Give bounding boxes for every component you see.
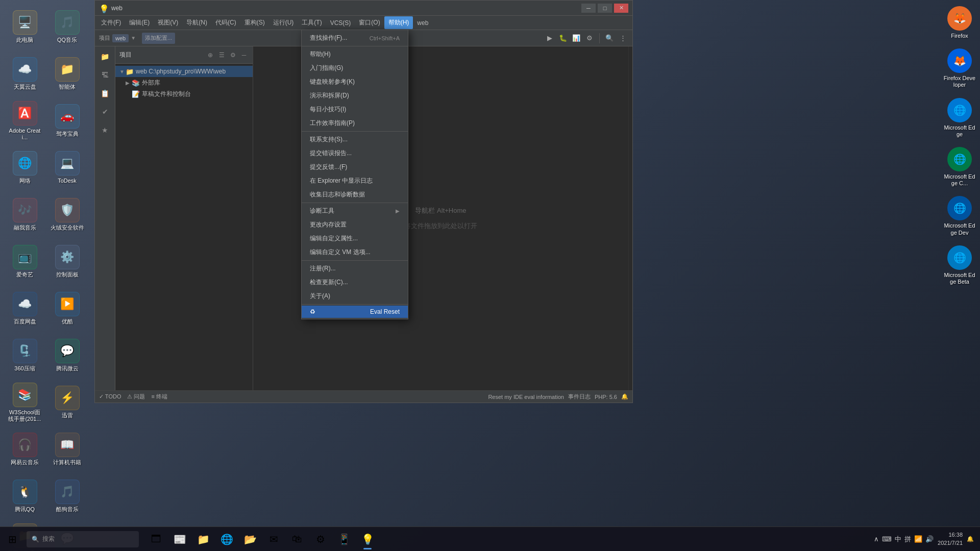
menu-web-tab[interactable]: web xyxy=(413,17,432,29)
dropdown-register[interactable]: 注册(R)... xyxy=(302,262,408,276)
desktop-icon-app-tengxunweibo[interactable]: 💬 腾讯微云 xyxy=(46,333,88,379)
dropdown-edit-properties[interactable]: 编辑自定义属性... xyxy=(302,232,408,245)
tray-notification[interactable]: 🔔 xyxy=(967,536,974,542)
status-event-log[interactable]: 事件日志 xyxy=(568,393,591,400)
taskbar-item-store[interactable]: 🛍 xyxy=(286,528,308,550)
menu-view[interactable]: 视图(V) xyxy=(154,16,182,29)
menu-vcs[interactable]: VCS(S) xyxy=(326,17,355,29)
desktop-icon-right-edge-canary[interactable]: 🌐 Microsoft Edge C... xyxy=(941,145,978,189)
dropdown-help[interactable]: 帮助(H) xyxy=(302,47,408,61)
taskbar-search-box[interactable]: 🔍 搜索 xyxy=(27,531,139,547)
sidebar-commits-icon[interactable]: 📋 xyxy=(97,85,113,102)
taskbar-item-phpstorm[interactable]: 💡 xyxy=(356,528,379,550)
maximize-button[interactable]: □ xyxy=(598,4,612,13)
close-button[interactable]: ✕ xyxy=(614,4,628,13)
tray-network[interactable]: 📶 xyxy=(914,535,922,543)
tree-item-scratches[interactable]: 📝 草稿文件和控制台 xyxy=(115,88,253,99)
toolbar-project-name[interactable]: web xyxy=(112,34,129,42)
desktop-icon-app-yinyue[interactable]: ⚡ 迅雷 xyxy=(46,380,88,425)
menu-window[interactable]: 窗口(O) xyxy=(355,16,384,29)
desktop-icon-right-edge[interactable]: 🌐 Microsoft Edge xyxy=(941,96,978,140)
panel-action-settings[interactable]: ⚙ xyxy=(228,51,237,60)
desktop-icon-right-firefox-dev[interactable]: 🦊 Firefox Developer xyxy=(941,46,978,90)
minimize-button[interactable]: ─ xyxy=(581,4,596,13)
dropdown-about[interactable]: 关于(A) xyxy=(302,289,408,303)
dropdown-change-memory[interactable]: 更改内存设置 xyxy=(302,218,408,232)
clock[interactable]: 16:38 2021/7/21 xyxy=(938,531,963,547)
dropdown-collect-log[interactable]: 收集日志和诊断数据 xyxy=(302,188,408,202)
panel-action-1[interactable]: ⊕ xyxy=(206,51,215,60)
desktop-icon-app-360yasuo[interactable]: 🗜️ 360压缩 xyxy=(4,333,45,379)
toolbar-settings[interactable]: ⚙ xyxy=(584,33,595,44)
editor-scrollbar[interactable] xyxy=(628,46,632,390)
taskbar-item-edge[interactable]: 🌐 xyxy=(215,528,238,550)
desktop-icon-app-qqmusic[interactable]: 🎵 QQ音乐 xyxy=(46,4,88,50)
dropdown-edit-vm[interactable]: 编辑自定义 VM 选项... xyxy=(302,245,408,259)
menu-help[interactable]: 帮助(H) xyxy=(384,16,413,29)
tray-input-mode[interactable]: 拼 xyxy=(904,535,911,544)
desktop-icon-folder-zhinengti[interactable]: 📁 智能体 xyxy=(46,51,88,97)
menu-edit[interactable]: 编辑(E) xyxy=(125,16,154,29)
dropdown-find-action[interactable]: 查找操作(F)... Ctrl+Shift+A xyxy=(302,31,408,45)
dropdown-submit-feedback[interactable]: 提交反馈...(F) xyxy=(302,160,408,174)
menu-run[interactable]: 运行(U) xyxy=(269,16,298,29)
desktop-icon-app-w3school[interactable]: 📚 W3School面线手册(201... xyxy=(4,380,45,425)
taskbar-item-mail[interactable]: ✉ xyxy=(262,528,285,550)
tray-keyboard[interactable]: ⌨ xyxy=(882,535,892,543)
toolbar-add-config[interactable]: 添加配置... xyxy=(142,33,175,44)
tree-item-root[interactable]: ▼ 📁 web C:\phpstudy_pro\WWW\web xyxy=(115,66,253,77)
desktop-icon-app-wangyiyun[interactable]: 🎧 网易云音乐 xyxy=(4,427,45,472)
toolbar-more[interactable]: ⋮ xyxy=(617,33,628,44)
toolbar-run[interactable]: ▶ xyxy=(544,33,555,44)
desktop-icon-app-kugoumusic[interactable]: 🎵 酷狗音乐 xyxy=(46,473,88,519)
taskbar-start-button[interactable]: ⊞ xyxy=(0,527,24,552)
menu-tools[interactable]: 工具(T) xyxy=(298,16,326,29)
status-problems[interactable]: ⚠ 问题 xyxy=(127,393,145,400)
status-todo[interactable]: ✓ TODO xyxy=(99,393,121,400)
menu-refactor[interactable]: 重构(S) xyxy=(240,16,269,29)
sidebar-structure-icon[interactable]: 🏗 xyxy=(97,67,113,83)
project-dropdown-arrow[interactable]: ▼ xyxy=(131,35,136,41)
desktop-icon-right-edge-dev[interactable]: 🌐 Microsoft Edge Dev xyxy=(941,194,978,238)
panel-action-minimize[interactable]: ─ xyxy=(239,51,249,60)
taskbar-item-file-manager[interactable]: 📂 xyxy=(239,528,261,550)
desktop-icon-app-wangluoicon[interactable]: 🌐 网络 xyxy=(4,145,45,191)
menu-navigate[interactable]: 导航(N) xyxy=(182,16,211,29)
status-notification[interactable]: 🔔 xyxy=(621,393,628,400)
desktop-icon-app-aiqiyi[interactable]: 📺 爱奇艺 xyxy=(4,239,45,285)
taskbar-item-widgets[interactable]: 📰 xyxy=(168,528,191,550)
sidebar-star-icon[interactable]: ★ xyxy=(97,122,113,138)
dropdown-keyboard-ref[interactable]: 键盘映射参考(K) xyxy=(302,75,408,89)
tree-item-external[interactable]: ▶ 📚 外部库 xyxy=(115,77,253,88)
tray-input-method[interactable]: 中 xyxy=(895,535,901,544)
menu-code[interactable]: 代码(C) xyxy=(211,16,240,29)
dropdown-demo[interactable]: 演示和拆屏(D) xyxy=(302,89,408,103)
tray-arrow[interactable]: ∧ xyxy=(874,535,879,543)
desktop-icon-app-todesk[interactable]: 💻 ToDesk xyxy=(46,145,88,191)
dropdown-eval-reset[interactable]: ♻ Eval Reset xyxy=(302,306,408,318)
desktop-icon-app-tencentqq[interactable]: 🐧 腾讯QQ xyxy=(4,473,45,519)
toolbar-profile[interactable]: 📊 xyxy=(571,33,582,44)
dropdown-submit-bug[interactable]: 提交错误报告... xyxy=(302,146,408,160)
desktop-icon-app-kongzhi[interactable]: ⚙️ 控制面板 xyxy=(46,239,88,285)
status-terminal[interactable]: ≡ 终端 xyxy=(152,393,167,400)
dropdown-diagnostic[interactable]: 诊断工具 ▶ xyxy=(302,204,408,218)
desktop-icon-app-kaoshubao[interactable]: 🚗 驾考宝典 xyxy=(46,98,88,144)
dropdown-contact-support[interactable]: 联系支持(S)... xyxy=(302,133,408,146)
dropdown-daily-tips[interactable]: 每日小技巧(I) xyxy=(302,103,408,116)
panel-action-2[interactable]: ☰ xyxy=(217,51,226,60)
taskbar-item-explorer[interactable]: 📁 xyxy=(192,528,214,550)
desktop-icon-folder-this-pc[interactable]: 🖥️ 此电脑 xyxy=(4,4,45,50)
tray-volume[interactable]: 🔊 xyxy=(925,535,934,543)
desktop-icon-app-adobe[interactable]: 🅰️ Adobe Creati... xyxy=(4,98,45,144)
desktop-icon-right-edge-beta[interactable]: 🌐 Microsoft Edge Beta xyxy=(941,243,978,287)
desktop-icon-app-ronghemusic[interactable]: 🎶 融我音乐 xyxy=(4,192,45,238)
sidebar-project-icon[interactable]: 📁 xyxy=(97,48,113,65)
taskbar-item-phone[interactable]: 📱 xyxy=(333,528,355,550)
dropdown-getting-started[interactable]: 入门指南(G) xyxy=(302,61,408,75)
desktop-icon-app-huochanzhan[interactable]: 🛡️ 火绒安全软件 xyxy=(46,192,88,238)
desktop-icon-app-baiduyun[interactable]: ☁️ 百度网盘 xyxy=(4,286,45,332)
desktop-icon-right-firefox[interactable]: 🦊 Firefox xyxy=(941,4,978,41)
menu-file[interactable]: 文件(F) xyxy=(97,16,125,29)
dropdown-check-updates[interactable]: 检查更新(C)... xyxy=(302,276,408,289)
